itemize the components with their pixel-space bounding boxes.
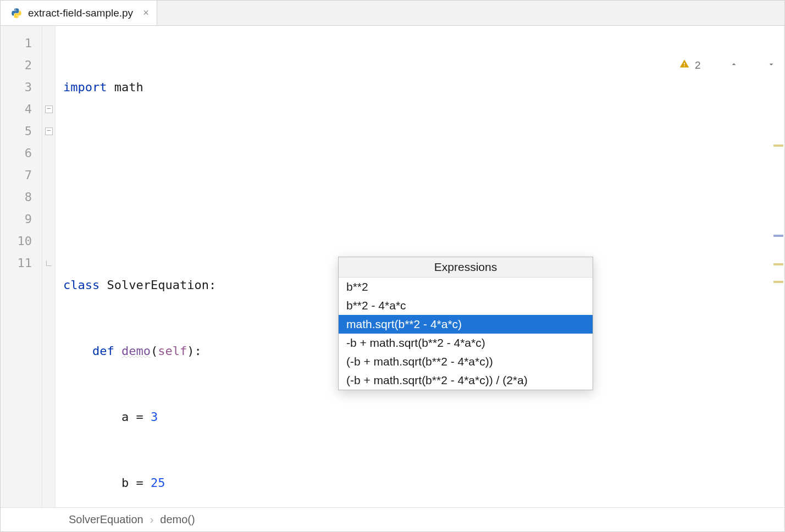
fold-toggle-icon[interactable] <box>45 106 53 113</box>
stripe-marker[interactable] <box>773 145 783 147</box>
expressions-popup: Expressions b**2 b**2 - 4*a*c math.sqrt(… <box>338 257 593 390</box>
line-number: 1 <box>1 32 42 54</box>
stripe-marker[interactable] <box>773 263 783 265</box>
stripe-marker[interactable] <box>773 281 783 283</box>
tab-bar: extract-field-sample.py × <box>1 1 784 26</box>
tab-close-icon[interactable]: × <box>143 7 149 19</box>
expression-option[interactable]: -b + math.sqrt(b**2 - 4*a*c) <box>339 334 593 352</box>
popup-title: Expressions <box>339 257 593 278</box>
warning-icon <box>656 32 689 98</box>
line-number: 7 <box>1 164 42 186</box>
chevron-up-icon[interactable] <box>706 32 738 98</box>
file-tab[interactable]: extract-field-sample.py × <box>1 1 157 25</box>
line-number: 2 <box>1 54 42 76</box>
stripe-marker[interactable] <box>773 235 783 237</box>
line-number: 4 <box>1 98 42 120</box>
line-number: 6 <box>1 142 42 164</box>
expression-option[interactable]: (-b + math.sqrt(b**2 - 4*a*c)) / (2*a) <box>339 371 593 390</box>
python-file-icon <box>10 7 23 19</box>
line-number: 9 <box>1 208 42 230</box>
line-number: 3 <box>1 76 42 98</box>
line-number: 8 <box>1 186 42 208</box>
editor: 1 2 3 4 5 6 7 8 9 10 11 import math clas… <box>1 26 784 507</box>
inspections-widget[interactable]: 2 <box>656 32 776 98</box>
line-number: 5 <box>1 120 42 142</box>
tab-filename: extract-field-sample.py <box>28 7 133 19</box>
expression-option[interactable]: b**2 - 4*a*c <box>339 296 593 315</box>
line-number: 11 <box>1 252 42 274</box>
expression-option[interactable]: b**2 <box>339 278 593 296</box>
fold-end-icon <box>46 261 52 266</box>
fold-gutter <box>42 26 56 507</box>
fold-toggle-icon[interactable] <box>45 128 53 135</box>
line-number: 10 <box>1 230 42 252</box>
line-number-gutter: 1 2 3 4 5 6 7 8 9 10 11 <box>1 26 42 507</box>
expression-option-selected[interactable]: math.sqrt(b**2 - 4*a*c) <box>339 315 593 334</box>
warning-count: 2 <box>695 54 701 76</box>
expression-option[interactable]: (-b + math.sqrt(b**2 - 4*a*c)) <box>339 352 593 371</box>
chevron-down-icon[interactable] <box>744 32 776 98</box>
